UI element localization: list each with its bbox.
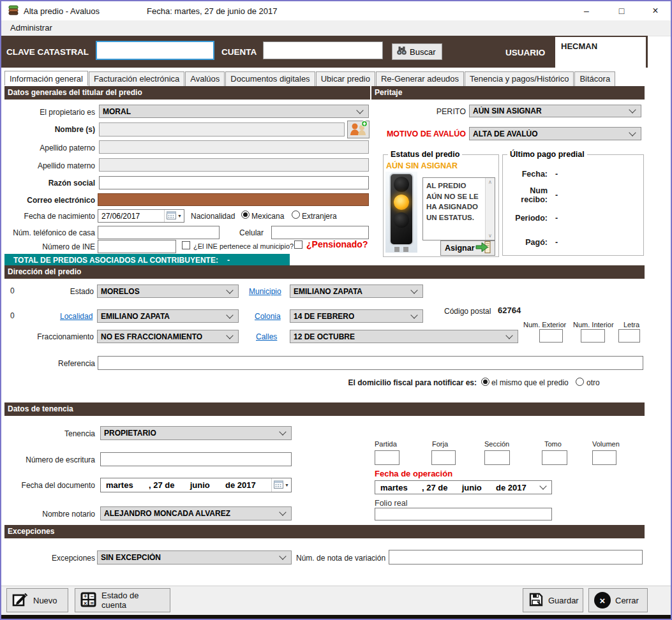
nombre-notario-label: Nombre notario <box>1 510 95 519</box>
propietario-select[interactable]: MORAL <box>99 105 369 118</box>
tab-informacion-general[interactable]: Información general <box>4 71 88 85</box>
ultimo-pago-pago-label: Pagó: <box>493 238 548 247</box>
folio-real-input[interactable] <box>375 508 552 520</box>
ine-municipio-checkbox[interactable] <box>182 241 190 249</box>
nuevo-button[interactable]: Nuevo <box>6 588 68 612</box>
colonia-select[interactable]: 14 DE FEBRERO <box>290 309 423 323</box>
radio-extranjera[interactable] <box>292 210 300 219</box>
guardar-button-label: Guardar <box>548 596 579 605</box>
localidad-select[interactable]: EMILIANO ZAPATA <box>97 309 239 323</box>
radio-mexicana-label: Mexicana <box>251 212 284 221</box>
usuario-label: USUARIO <box>505 48 545 57</box>
asignar-button[interactable]: Asignar <box>440 240 495 256</box>
nacionalidad-label: Nacionalidad <box>191 212 235 221</box>
tab-bitacora[interactable]: Bitácora <box>574 71 615 86</box>
calles-select[interactable]: 12 DE OCTUBRE <box>290 330 518 343</box>
chevron-down-icon <box>226 332 233 339</box>
excepciones-select[interactable]: SIN EXCEPCIÓN <box>97 550 292 565</box>
tab-regenerar-adeudos[interactable]: Re-Generar adeudos <box>376 71 464 86</box>
close-button[interactable]: × <box>640 1 671 20</box>
codigo-postal-value: 62764 <box>498 306 521 315</box>
tab-facturacion-electronica[interactable]: Facturación electrónica <box>89 71 184 86</box>
fecha-nacimiento-picker[interactable]: 27/06/2017 ▼ <box>98 209 184 223</box>
forja-label: Forja <box>432 440 448 448</box>
excepciones-label: Excepciones <box>24 554 95 563</box>
scroll-down-icon[interactable]: ∨ <box>488 233 492 239</box>
menu-bar: Administrar <box>1 20 671 36</box>
chevron-down-icon <box>410 286 417 293</box>
tab-ubicar-predio[interactable]: Ubicar predio <box>316 71 375 86</box>
tab-avaluos[interactable]: Avalúos <box>185 71 225 86</box>
apellido-materno-input[interactable] <box>99 158 369 172</box>
traffic-light-amber-on <box>394 195 409 210</box>
estado-select[interactable]: MORELOS <box>97 284 239 298</box>
municipio-link[interactable]: Municipio <box>249 287 281 296</box>
colonia-link[interactable]: Colonia <box>255 312 281 321</box>
cerrar-button[interactable]: × Cerrar <box>588 588 648 612</box>
tomo-input[interactable] <box>542 450 567 465</box>
menu-administrar[interactable]: Administrar <box>10 23 52 33</box>
maximize-button[interactable]: □ <box>606 1 637 20</box>
tab-tenencia-pagos[interactable]: Tenencia y pagos/Histórico <box>465 71 574 86</box>
celular-input[interactable] <box>271 226 369 239</box>
num-interior-label: Num. Interior <box>573 321 614 328</box>
ultimo-pago-fecha-value: - <box>555 170 558 179</box>
nota-variacion-input[interactable] <box>389 550 643 565</box>
numero-ine-label: Número de INE <box>20 242 95 251</box>
nombre-input[interactable] <box>99 122 345 137</box>
app-icon <box>8 5 19 18</box>
radio-domicilio-mismo[interactable] <box>481 378 489 386</box>
numero-ine-input[interactable] <box>98 240 176 253</box>
celular-label: Celular <box>239 228 264 237</box>
tenencia-select[interactable]: PROPIETARIO <box>100 426 292 440</box>
referencia-label: Referencia <box>36 359 95 368</box>
tab-documentos-digitales[interactable]: Documentos digitales <box>225 71 315 86</box>
fecha-operacion-select[interactable]: martes , 27 de junio de 2017 <box>375 480 552 494</box>
cuenta-input[interactable] <box>263 41 383 59</box>
add-person-button[interactable] <box>347 121 370 138</box>
chevron-down-icon <box>539 482 546 489</box>
radio-domicilio-otro[interactable] <box>576 378 584 386</box>
perito-select[interactable]: AÚN SIN ASIGNAR <box>469 105 641 117</box>
telefono-casa-input[interactable] <box>98 226 220 239</box>
chevron-down-icon <box>226 311 233 318</box>
radio-domicilio-otro-label: otro <box>586 378 600 387</box>
section-header-peritaje: Peritaje <box>371 86 645 100</box>
num-exterior-input[interactable] <box>539 329 563 343</box>
partida-input[interactable] <box>375 450 399 465</box>
clave-catastral-input[interactable] <box>96 41 214 60</box>
svg-text:×: × <box>84 600 87 606</box>
calles-link[interactable]: Calles <box>256 332 277 341</box>
person-add-icon <box>349 121 368 138</box>
guardar-button[interactable]: Guardar <box>523 588 583 612</box>
seccion-input[interactable] <box>484 450 510 465</box>
nombre-notario-select[interactable]: ALEJANDRO MONCADA ALVAREZ <box>100 506 292 520</box>
motivo-avaluo-select[interactable]: ALTA DE AVALÚO <box>469 127 641 140</box>
ine-municipio-label: ¿El INE pertenece al municipio? <box>193 242 294 250</box>
radio-mexicana[interactable] <box>241 210 250 219</box>
correo-input[interactable] <box>98 193 369 206</box>
chevron-down-icon <box>226 286 233 293</box>
letra-input[interactable] <box>618 329 640 343</box>
municipio-select[interactable]: EMILIANO ZAPATA <box>290 284 423 298</box>
minimize-button[interactable]: – <box>571 1 602 20</box>
volumen-input[interactable] <box>592 450 616 465</box>
section-header-tenencia: Datos de tenencia <box>4 402 645 416</box>
partida-label: Partida <box>375 440 397 448</box>
numero-escritura-input[interactable] <box>100 452 292 466</box>
referencia-input[interactable] <box>98 356 643 370</box>
apellido-paterno-input[interactable] <box>99 140 369 154</box>
pensionado-checkbox[interactable] <box>294 240 302 249</box>
fecha-documento-picker[interactable]: martes , 27 de junio de 2017 ▼ <box>100 478 292 492</box>
razon-social-input[interactable] <box>99 176 369 189</box>
estatus-message-box: AL PREDIO AÚN NO SE LE HA ASIGNADO UN ES… <box>422 177 495 240</box>
buscar-button[interactable]: Buscar <box>392 43 442 60</box>
localidad-link[interactable]: Localidad <box>60 312 93 321</box>
num-exterior-label: Num. Exterior <box>523 321 566 328</box>
fraccionamiento-select[interactable]: NO ES FRACCIONAMIENTO <box>97 330 239 343</box>
num-interior-input[interactable] <box>581 329 605 343</box>
scroll-up-icon[interactable]: ∧ <box>488 179 492 185</box>
domicilio-fiscal-label: El domicilio fiscal para notificar es: <box>314 378 477 387</box>
estado-cuenta-button[interactable]: + − × = Estado de cuenta <box>75 588 170 612</box>
forja-input[interactable] <box>431 450 456 465</box>
